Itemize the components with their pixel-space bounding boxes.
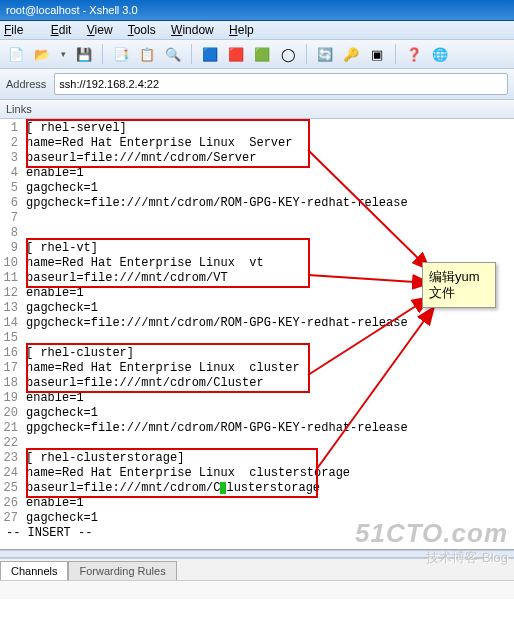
- code-content[interactable]: [ rhel-servel]name=Red Hat Enterprise Li…: [26, 119, 514, 541]
- line-number: 13: [0, 301, 22, 316]
- menu-tools[interactable]: Tools: [128, 23, 156, 37]
- line-number: 21: [0, 421, 22, 436]
- line-number: 11: [0, 271, 22, 286]
- toolbar: 📄 📂 ▾ 💾 📑 📋 🔍 🟦 🟥 🟩 ◯ 🔄 🔑 ▣ ❓ 🌐: [0, 40, 514, 69]
- address-input[interactable]: [54, 73, 508, 95]
- code-line[interactable]: [26, 436, 514, 451]
- menu-view[interactable]: View: [87, 23, 113, 37]
- help-icon[interactable]: ❓: [404, 44, 424, 64]
- callout-line: 文件: [429, 285, 489, 301]
- code-line[interactable]: baseurl=file:///mnt/cdrom/Cluster: [26, 376, 514, 391]
- prompt-icon[interactable]: ▣: [367, 44, 387, 64]
- redbox-icon[interactable]: 🟥: [226, 44, 246, 64]
- copy-icon[interactable]: 📑: [111, 44, 131, 64]
- line-number: 14: [0, 316, 22, 331]
- dropdown-icon[interactable]: ▾: [58, 44, 68, 64]
- toolbar-sep: [395, 44, 396, 64]
- find-icon[interactable]: 🔍: [163, 44, 183, 64]
- line-number: 7: [0, 211, 22, 226]
- code-line[interactable]: gpgcheck=file:///mnt/cdrom/ROM-GPG-KEY-r…: [26, 196, 514, 211]
- greenbox-icon[interactable]: 🟩: [252, 44, 272, 64]
- window-title: root@localhost - Xshell 3.0: [6, 4, 138, 16]
- line-number: 9: [0, 241, 22, 256]
- code-line[interactable]: [ rhel-servel]: [26, 121, 514, 136]
- refresh-icon[interactable]: 🔄: [315, 44, 335, 64]
- line-number: 25: [0, 481, 22, 496]
- line-number: 10: [0, 256, 22, 271]
- key-icon[interactable]: 🔑: [341, 44, 361, 64]
- code-line[interactable]: [26, 226, 514, 241]
- code-line[interactable]: enable=1: [26, 496, 514, 511]
- code-line[interactable]: enable=1: [26, 391, 514, 406]
- line-number: 5: [0, 181, 22, 196]
- line-number: 23: [0, 451, 22, 466]
- code-line[interactable]: [ rhel-clusterstorage]: [26, 451, 514, 466]
- text-cursor: [220, 482, 226, 494]
- menu-edit[interactable]: Edit: [51, 23, 72, 37]
- line-number: 2: [0, 136, 22, 151]
- toolbar-sep: [191, 44, 192, 64]
- line-number: 24: [0, 466, 22, 481]
- editor-area[interactable]: 1234567891011121314151617181920212223242…: [0, 119, 514, 550]
- code-line[interactable]: gpgcheck=file:///mnt/cdrom/ROM-GPG-KEY-r…: [26, 316, 514, 331]
- code-line[interactable]: [ rhel-vt]: [26, 241, 514, 256]
- code-line[interactable]: name=Red Hat Enterprise Linux clustersto…: [26, 466, 514, 481]
- watermark: 51CTO.com 技术博客 Blog: [355, 518, 508, 567]
- line-number: 4: [0, 166, 22, 181]
- circle-icon[interactable]: ◯: [278, 44, 298, 64]
- line-number: 8: [0, 226, 22, 241]
- toolbar-sep: [102, 44, 103, 64]
- code-line[interactable]: baseurl=file:///mnt/cdrom/Server: [26, 151, 514, 166]
- menu-help[interactable]: Help: [229, 23, 254, 37]
- line-number: 18: [0, 376, 22, 391]
- window-titlebar: root@localhost - Xshell 3.0: [0, 0, 514, 21]
- code-line[interactable]: [26, 211, 514, 226]
- code-line[interactable]: name=Red Hat Enterprise Linux cluster: [26, 361, 514, 376]
- links-label: Links: [6, 103, 32, 115]
- address-bar: Address: [0, 69, 514, 100]
- line-number: 3: [0, 151, 22, 166]
- address-label: Address: [6, 78, 46, 90]
- line-gutter: 1234567891011121314151617181920212223242…: [0, 119, 22, 526]
- code-line[interactable]: gpgcheck=file:///mnt/cdrom/ROM-GPG-KEY-r…: [26, 421, 514, 436]
- menu-file[interactable]: File: [4, 23, 35, 37]
- toolbar-sep: [306, 44, 307, 64]
- globe-icon[interactable]: 🌐: [430, 44, 450, 64]
- line-number: 19: [0, 391, 22, 406]
- code-line[interactable]: name=Red Hat Enterprise Linux Server: [26, 136, 514, 151]
- bottom-panel-header: [0, 580, 514, 599]
- line-number: 22: [0, 436, 22, 451]
- line-number: 6: [0, 196, 22, 211]
- new-icon[interactable]: 📄: [6, 44, 26, 64]
- code-line[interactable]: gagcheck=1: [26, 406, 514, 421]
- line-number: 20: [0, 406, 22, 421]
- line-number: 27: [0, 511, 22, 526]
- save-icon[interactable]: 💾: [74, 44, 94, 64]
- line-number: 16: [0, 346, 22, 361]
- menu-window[interactable]: Window: [171, 23, 214, 37]
- line-number: 26: [0, 496, 22, 511]
- code-line[interactable]: [ rhel-cluster]: [26, 346, 514, 361]
- bluebox-icon[interactable]: 🟦: [200, 44, 220, 64]
- tab-channels[interactable]: Channels: [0, 561, 68, 580]
- callout-annotation: 编辑yum 文件: [422, 262, 496, 308]
- open-icon[interactable]: 📂: [32, 44, 52, 64]
- code-line[interactable]: gagcheck=1: [26, 181, 514, 196]
- callout-line: 编辑yum: [429, 269, 489, 285]
- line-number: 15: [0, 331, 22, 346]
- links-bar: Links: [0, 100, 514, 119]
- line-number: 17: [0, 361, 22, 376]
- tab-forwarding-rules[interactable]: Forwarding Rules: [68, 561, 176, 580]
- line-number: 12: [0, 286, 22, 301]
- watermark-small: 技术博客 Blog: [355, 549, 508, 567]
- line-number: 1: [0, 121, 22, 136]
- code-line[interactable]: baseurl=file:///mnt/cdrom/Clusterstorage: [26, 481, 514, 496]
- paste-icon[interactable]: 📋: [137, 44, 157, 64]
- watermark-big: 51CTO.com: [355, 518, 508, 549]
- code-line[interactable]: [26, 331, 514, 346]
- menubar: File Edit View Tools Window Help: [0, 21, 514, 40]
- code-line[interactable]: enable=1: [26, 166, 514, 181]
